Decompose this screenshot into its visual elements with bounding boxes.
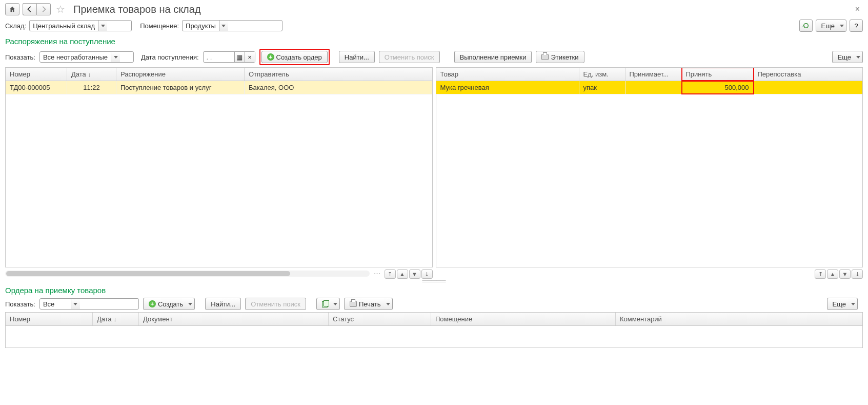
label-icon (541, 54, 549, 60)
section2-more-button[interactable]: Еще (827, 298, 858, 310)
col-room[interactable]: Помещение (431, 313, 616, 325)
chevron-down-icon (840, 25, 844, 27)
page-title: Приемка товаров на склад (73, 4, 201, 15)
items-grid-header: Товар Ед. изм. Принимает... Принять Пере… (436, 68, 863, 81)
orders-find-button[interactable]: Найти... (205, 298, 241, 310)
nav-up-button[interactable]: ▲ (397, 269, 408, 279)
col-unit[interactable]: Ед. изм. (579, 68, 625, 81)
col-redelivery[interactable]: Перепоставка (754, 68, 863, 81)
create-order-button[interactable]: + Создать ордер (261, 51, 328, 63)
nav-down-button[interactable]: ▼ (839, 269, 851, 279)
chevron-down-icon (188, 303, 192, 305)
warehouse-select[interactable]: Центральный склад (29, 20, 132, 31)
col-date[interactable]: Дата↓ (93, 313, 139, 325)
splitter-handle[interactable]: ═════ (0, 279, 868, 283)
cell-order: Поступление товаров и услуг (116, 81, 245, 94)
forward-button[interactable] (36, 3, 51, 15)
create-order-label: Создать ордер (276, 53, 322, 61)
cell-accept[interactable]: 500,000 (682, 81, 754, 94)
create-order-highlight: + Создать ордер (259, 49, 330, 65)
section-orders-title: Ордера на приемку товаров (5, 283, 863, 296)
chevron-down-icon (221, 25, 226, 27)
col-number[interactable]: Номер (6, 68, 67, 81)
back-button[interactable] (23, 3, 36, 15)
arrival-date-input[interactable]: . . ▦ × (203, 51, 255, 63)
orders-show-label: Показать: (5, 300, 35, 308)
warehouse-dropdown-button[interactable] (98, 21, 107, 31)
nav-top-button[interactable]: ⤒ (815, 269, 826, 279)
items-pane: Товар Ед. изм. Принимает... Принять Пере… (436, 67, 863, 279)
col-receiving[interactable]: Принимает... (625, 68, 682, 81)
items-nav-buttons: ⤒ ▲ ▼ ⤓ (815, 267, 863, 279)
sort-down-icon: ↓ (88, 71, 91, 78)
orders-cancel-search-button[interactable]: Отменить поиск (245, 298, 306, 310)
home-button[interactable] (5, 3, 19, 15)
show-label: Показать: (5, 53, 35, 61)
find-label: Найти... (345, 53, 369, 61)
col-order[interactable]: Распоряжение (116, 68, 245, 81)
cell-date: 11:22 (67, 81, 116, 94)
show-filter-value: Все неотработанные (40, 52, 111, 62)
col-product[interactable]: Товар (436, 68, 579, 81)
create-label: Создать (158, 300, 183, 308)
show-filter-select[interactable]: Все неотработанные (39, 51, 134, 63)
print-button[interactable]: Печать (344, 298, 393, 310)
clear-icon: × (248, 53, 252, 61)
receiving-button[interactable]: Выполнение приемки (454, 51, 532, 63)
close-button[interactable]: × (852, 5, 863, 14)
orders-hscroll[interactable] (5, 271, 370, 277)
orders-show-select[interactable]: Все (39, 298, 139, 310)
topbar-more-button[interactable]: Еще (816, 20, 846, 32)
col-sender[interactable]: Отправитель (245, 68, 432, 81)
calendar-button[interactable]: ▦ (234, 52, 245, 62)
sort-down-icon: ↓ (114, 316, 117, 322)
print-label: Печать (359, 300, 381, 308)
col-comment[interactable]: Комментарий (616, 313, 862, 325)
clear-date-button[interactable]: × (245, 52, 255, 62)
cancel-search-button[interactable]: Отменить поиск (379, 51, 440, 63)
room-value: Продукты (183, 21, 219, 31)
chevron-down-icon (386, 303, 390, 305)
table-row[interactable]: Мука гречневая упак 500,000 (436, 81, 863, 94)
cell-product: Мука гречневая (436, 81, 579, 94)
col-document[interactable]: Документ (139, 313, 329, 325)
favorite-star-icon[interactable]: ☆ (56, 3, 65, 15)
arrow-right-icon (40, 6, 47, 13)
warehouse-value: Центральный склад (30, 21, 98, 31)
labels-button[interactable]: Этикетки (536, 51, 584, 63)
nav-down-button[interactable]: ▼ (409, 269, 420, 279)
find-button[interactable]: Найти... (339, 51, 375, 63)
nav-top-button[interactable]: ⤒ (385, 269, 396, 279)
refresh-icon (802, 22, 810, 29)
arrival-date-value: . . (204, 52, 234, 62)
nav-up-button[interactable]: ▲ (827, 269, 838, 279)
col-status[interactable]: Статус (329, 313, 431, 325)
nav-bottom-button[interactable]: ⤓ (852, 269, 863, 279)
scroll-thumb[interactable] (6, 271, 290, 276)
col-accept[interactable]: Принять (682, 68, 754, 81)
receipt-orders-header: Номер Дата↓ Документ Статус Помещение Ко… (6, 313, 862, 326)
copy-icon (322, 300, 329, 307)
copy-button[interactable] (316, 298, 340, 310)
more-label: Еще (821, 22, 835, 30)
create-button[interactable]: + Создать (143, 298, 195, 310)
items-grid: Товар Ед. изм. Принимает... Принять Пере… (436, 67, 863, 267)
home-icon (9, 6, 16, 13)
room-select[interactable]: Продукты (182, 20, 282, 31)
show-filter-dropdown[interactable] (111, 52, 120, 62)
help-button[interactable]: ? (850, 20, 863, 32)
chevron-down-icon (101, 25, 105, 27)
chevron-down-icon (73, 303, 77, 305)
arrow-left-icon (26, 6, 33, 13)
col-number[interactable]: Номер (6, 313, 93, 325)
col-date[interactable]: Дата↓ (67, 68, 116, 81)
refresh-button[interactable] (799, 20, 813, 32)
table-row[interactable]: ТД00-000005 11:22 Поступление товаров и … (6, 81, 432, 94)
cell-receiving (625, 81, 682, 94)
section1-more-button[interactable]: Еще (832, 51, 863, 63)
find-label: Найти... (211, 300, 235, 308)
arrival-date-label: Дата поступления: (141, 53, 199, 61)
orders-show-dropdown[interactable] (71, 299, 80, 309)
room-dropdown-button[interactable] (219, 21, 228, 31)
hscroll-more-icon: ⋯ (374, 269, 380, 277)
